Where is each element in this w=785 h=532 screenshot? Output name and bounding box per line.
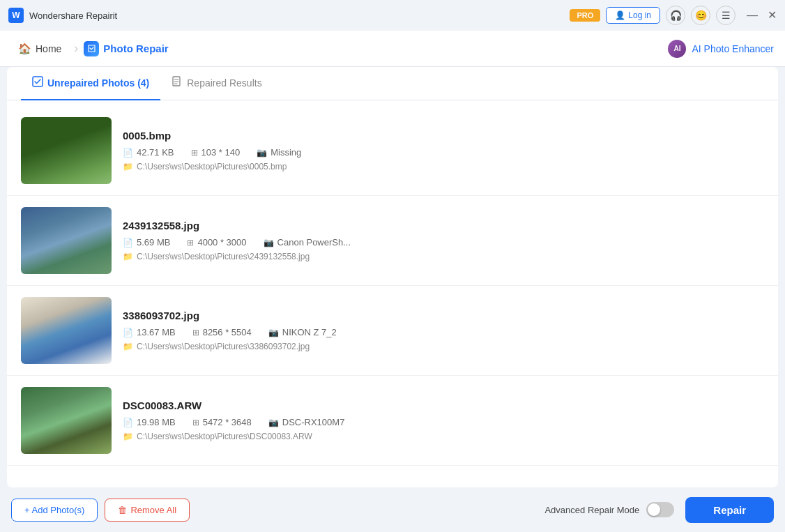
ai-icon: AI (668, 40, 686, 58)
titlebar: W Wondershare Repairit PRO 👤 Log in 🎧 😊 … (0, 0, 785, 31)
photo-dimensions-3: ⊞ 5472 * 3648 (192, 417, 252, 427)
repair-button[interactable]: Repair (685, 497, 774, 523)
unrepaired-icon (32, 76, 43, 89)
photo-size-3: 📄 19.98 MB (123, 417, 176, 427)
menu-icon[interactable]: ☰ (716, 6, 736, 25)
tab-unrepaired[interactable]: Unrepaired Photos (4) (21, 67, 160, 100)
tab-repaired[interactable]: Repaired Results (160, 67, 273, 100)
photo-path-2: 📁 C:\Users\ws\Desktop\Pictures\338609370… (123, 342, 764, 351)
photo-name-1: 2439132558.jpg (123, 220, 764, 231)
photo-camera-0: 📷 Missing (257, 147, 301, 158)
navbar-left: 🏠 Home › Photo Repair (11, 38, 169, 59)
photo-info-1: 2439132558.jpg 📄 5.69 MB ⊞ 4000 * 3000 📷… (123, 220, 764, 261)
photo-path-0: 📁 C:\Users\ws\Desktop\Pictures\0005.bmp (123, 162, 764, 172)
photo-item-0: 0005.bmp 📄 42.71 KB ⊞ 103 * 140 📷 Missin… (7, 106, 778, 196)
photo-item-1: 2439132558.jpg 📄 5.69 MB ⊞ 4000 * 3000 📷… (7, 196, 778, 286)
photo-info-3: DSC00083.ARW 📄 19.98 MB ⊞ 5472 * 3648 📷 … (123, 400, 764, 441)
file-icon-0: 📄 (123, 148, 133, 158)
photo-thumbnail-1 (21, 207, 112, 274)
home-icon: 🏠 (18, 43, 31, 55)
home-button[interactable]: 🏠 Home (11, 38, 68, 59)
camera-icon-1: 📷 (264, 238, 274, 248)
photo-dimensions-1: ⊞ 4000 * 3000 (187, 237, 246, 248)
bottom-bar: + Add Photo(s) 🗑 Remove All Advanced Rep… (0, 487, 785, 532)
dimensions-icon-1: ⊞ (187, 238, 194, 248)
photo-path-1: 📁 C:\Users\ws\Desktop\Pictures\243913255… (123, 252, 764, 261)
photo-camera-2: 📷 NIKON Z 7_2 (268, 327, 337, 337)
toggle-thumb (648, 503, 660, 516)
photo-size-2: 📄 13.67 MB (123, 327, 176, 337)
photo-camera-3: 📷 DSC-RX100M7 (268, 417, 345, 427)
dimensions-icon-2: ⊞ (192, 328, 199, 337)
photo-item-2: 3386093702.jpg 📄 13.67 MB ⊞ 8256 * 5504 … (7, 286, 778, 376)
folder-icon-3: 📁 (123, 432, 133, 441)
login-button[interactable]: 👤 Log in (606, 7, 660, 24)
navbar: 🏠 Home › Photo Repair AI AI Photo Enhanc… (0, 31, 785, 67)
photo-name-3: DSC00083.ARW (123, 400, 764, 411)
photo-item-3: DSC00083.ARW 📄 19.98 MB ⊞ 5472 * 3648 📷 … (7, 376, 778, 466)
camera-icon-3: 📷 (268, 418, 279, 427)
bottom-right-actions: Advanced Repair Mode Repair (544, 497, 774, 523)
dimensions-icon-0: ⊞ (191, 148, 198, 158)
file-icon-2: 📄 (123, 328, 133, 337)
photo-name-2: 3386093702.jpg (123, 310, 764, 321)
photo-thumbnail-0 (21, 117, 112, 184)
photo-list: 0005.bmp 📄 42.71 KB ⊞ 103 * 140 📷 Missin… (7, 100, 778, 487)
photo-meta-3: 📄 19.98 MB ⊞ 5472 * 3648 📷 DSC-RX100M7 (123, 417, 764, 427)
photo-name-0: 0005.bmp (123, 130, 764, 142)
camera-icon-2: 📷 (268, 328, 279, 337)
tabs: Unrepaired Photos (4) Repaired Results (7, 67, 778, 100)
advanced-mode-toggle[interactable] (646, 502, 674, 517)
photo-size-1: 📄 5.69 MB (123, 237, 170, 248)
remove-all-button[interactable]: 🗑 Remove All (105, 499, 190, 522)
add-photos-button[interactable]: + Add Photo(s) (11, 499, 98, 522)
dimensions-icon-3: ⊞ (192, 418, 199, 427)
minimize-button[interactable]: — (747, 10, 758, 21)
photo-camera-1: 📷 Canon PowerSh... (264, 237, 351, 248)
headset-icon[interactable]: 🎧 (666, 6, 685, 25)
photo-size-0: 📄 42.71 KB (123, 147, 174, 158)
photo-repair-icon (84, 41, 99, 56)
photo-thumbnail-3 (21, 387, 112, 454)
pro-badge[interactable]: PRO (570, 9, 600, 22)
emoji-icon[interactable]: 😊 (691, 6, 710, 25)
photo-dimensions-0: ⊞ 103 * 140 (191, 147, 241, 158)
photo-meta-0: 📄 42.71 KB ⊞ 103 * 140 📷 Missing (123, 147, 764, 158)
bottom-left-actions: + Add Photo(s) 🗑 Remove All (11, 499, 190, 522)
nav-divider: › (74, 41, 78, 56)
camera-icon-0: 📷 (257, 148, 267, 158)
main-content: Unrepaired Photos (4) Repaired Results 0… (7, 67, 778, 487)
folder-icon-0: 📁 (123, 162, 133, 172)
folder-icon-1: 📁 (123, 252, 133, 261)
repaired-icon (172, 76, 183, 89)
file-icon-1: 📄 (123, 238, 133, 248)
photo-repair-nav: Photo Repair (84, 41, 168, 56)
app-name: Wondershare Repairit (29, 10, 117, 21)
close-button[interactable]: ✕ (768, 10, 777, 21)
photo-thumbnail-2 (21, 297, 112, 364)
photo-path-3: 📁 C:\Users\ws\Desktop\Pictures\DSC00083.… (123, 432, 764, 441)
photo-info-0: 0005.bmp 📄 42.71 KB ⊞ 103 * 140 📷 Missin… (123, 130, 764, 172)
app-icon: W (8, 8, 24, 23)
titlebar-right: PRO 👤 Log in 🎧 😊 ☰ — ✕ (570, 6, 777, 25)
photo-dimensions-2: ⊞ 8256 * 5504 (192, 327, 252, 337)
advanced-repair-mode: Advanced Repair Mode (544, 502, 674, 517)
folder-icon-2: 📁 (123, 342, 133, 351)
file-icon-3: 📄 (123, 418, 133, 427)
ai-enhancer-button[interactable]: AI AI Photo Enhancer (668, 40, 774, 58)
window-controls: — ✕ (747, 10, 777, 21)
photo-meta-1: 📄 5.69 MB ⊞ 4000 * 3000 📷 Canon PowerSh.… (123, 237, 764, 248)
trash-icon: 🗑 (118, 505, 127, 515)
photo-meta-2: 📄 13.67 MB ⊞ 8256 * 5504 📷 NIKON Z 7_2 (123, 327, 764, 337)
photo-info-2: 3386093702.jpg 📄 13.67 MB ⊞ 8256 * 5504 … (123, 310, 764, 351)
user-icon: 👤 (615, 10, 625, 20)
titlebar-left: W Wondershare Repairit (8, 8, 117, 23)
